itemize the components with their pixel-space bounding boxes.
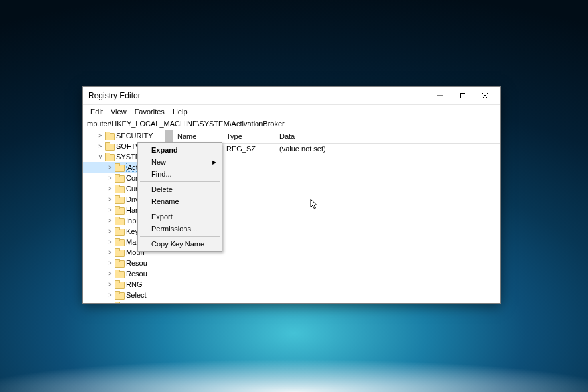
value-data: (value not set): [275, 144, 500, 154]
address-bar[interactable]: mputer\HKEY_LOCAL_MACHINE\SYSTEM\Activat…: [83, 118, 500, 130]
context-menu-item[interactable]: Expand: [139, 144, 220, 156]
expand-icon[interactable]: >: [106, 270, 115, 277]
expand-icon[interactable]: >: [106, 281, 115, 288]
expand-icon[interactable]: v: [96, 153, 105, 160]
expand-icon[interactable]: >: [106, 175, 115, 181]
expand-icon[interactable]: >: [106, 217, 115, 224]
folder-icon: [115, 227, 124, 235]
tree-label: Setup: [126, 302, 145, 303]
tree-node[interactable]: >Resou: [83, 258, 166, 268]
folder-icon: [115, 270, 124, 278]
tree-node[interactable]: >Resou: [83, 268, 166, 279]
close-button[interactable]: [474, 89, 496, 102]
menu-favorites[interactable]: Favorites: [131, 106, 168, 117]
menu-view[interactable]: View: [108, 106, 130, 117]
tree-node[interactable]: >Setup: [83, 300, 166, 303]
tree-node[interactable]: >RNG: [83, 279, 166, 290]
expand-icon[interactable]: >: [106, 185, 115, 192]
expand-icon[interactable]: >: [106, 249, 115, 256]
context-menu-item[interactable]: Export: [139, 211, 220, 223]
folder-icon: [115, 259, 124, 267]
maximize-icon: [459, 92, 466, 99]
expand-icon[interactable]: >: [106, 239, 115, 245]
menu-separator: [140, 181, 220, 182]
context-menu-item[interactable]: Find...: [139, 168, 220, 180]
folder-icon: [105, 142, 114, 150]
expand-icon[interactable]: >: [106, 164, 115, 171]
tree-label: Resou: [126, 270, 147, 278]
minimize-button[interactable]: [429, 89, 451, 102]
folder-icon: [115, 174, 124, 182]
tree-node[interactable]: >SECURITY: [83, 130, 166, 141]
minimize-icon: [437, 92, 443, 99]
folder-icon: [115, 217, 124, 225]
svg-rect-1: [461, 94, 465, 98]
menu-separator: [140, 236, 220, 237]
folder-icon: [105, 153, 114, 161]
folder-icon: [115, 195, 124, 203]
col-data[interactable]: Data: [275, 130, 500, 143]
folder-icon: [105, 132, 114, 140]
menu-help[interactable]: Help: [169, 106, 191, 117]
tree-label: SECURITY: [116, 132, 153, 140]
folder-icon: [115, 248, 124, 256]
menu-edit[interactable]: Edit: [87, 106, 106, 117]
expand-icon[interactable]: >: [96, 143, 105, 149]
submenu-arrow-icon: ▶: [212, 159, 216, 165]
expand-icon[interactable]: >: [106, 292, 115, 298]
expand-icon[interactable]: >: [106, 302, 115, 303]
context-menu-item[interactable]: New▶: [139, 156, 220, 168]
folder-icon: [115, 302, 124, 303]
close-icon: [482, 92, 488, 99]
maximize-button[interactable]: [451, 89, 474, 102]
expand-icon[interactable]: >: [96, 132, 105, 139]
folder-icon: [115, 163, 124, 171]
column-headers[interactable]: Name Type Data: [173, 130, 500, 144]
window-title: Registry Editor: [87, 91, 429, 100]
menu-separator: [140, 209, 220, 209]
folder-icon: [115, 238, 124, 246]
expand-icon[interactable]: >: [106, 228, 115, 235]
folder-icon: [115, 280, 124, 288]
value-type: REG_SZ: [222, 144, 275, 154]
context-menu: ExpandNew▶Find...DeleteRenameExportPermi…: [137, 142, 222, 252]
expand-icon[interactable]: >: [106, 196, 115, 203]
tree-node[interactable]: >Select: [83, 290, 166, 300]
context-menu-item[interactable]: Delete: [139, 183, 220, 195]
expand-icon[interactable]: >: [106, 260, 115, 266]
menubar: Edit View Favorites Help: [83, 104, 500, 118]
col-name[interactable]: Name: [173, 130, 222, 143]
tree-label: Resou: [126, 259, 147, 267]
folder-icon: [115, 291, 124, 299]
folder-icon: [115, 185, 124, 193]
context-menu-item[interactable]: Permissions...: [139, 223, 220, 235]
tree-label: Select: [126, 291, 147, 299]
col-type[interactable]: Type: [222, 130, 275, 143]
titlebar[interactable]: Registry Editor: [83, 87, 500, 104]
context-menu-item[interactable]: Rename: [139, 195, 220, 207]
expand-icon[interactable]: >: [106, 207, 115, 213]
folder-icon: [115, 206, 124, 214]
context-menu-item[interactable]: Copy Key Name: [139, 238, 220, 250]
tree-label: RNG: [126, 280, 142, 288]
